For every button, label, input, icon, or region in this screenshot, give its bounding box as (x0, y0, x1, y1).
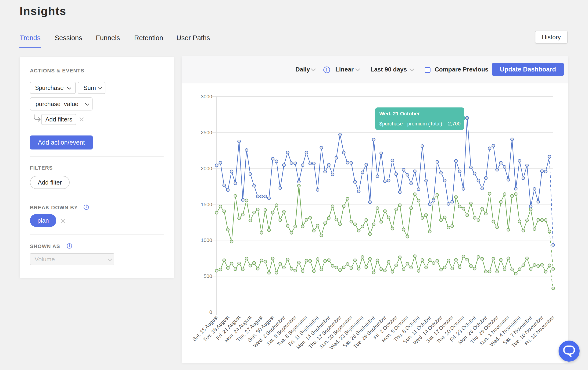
svg-text:0: 0 (210, 309, 212, 315)
svg-text:$purchase - premium (Total) -: $purchase - premium (Total) - 2,700 (379, 121, 461, 127)
svg-text:1000: 1000 (201, 237, 212, 243)
svg-text:Wed. 21 October: Wed. 21 October (379, 111, 420, 117)
svg-text:3000: 3000 (201, 94, 212, 100)
svg-text:500: 500 (204, 273, 212, 279)
svg-text:2500: 2500 (201, 130, 212, 135)
svg-text:2000: 2000 (201, 166, 212, 171)
svg-text:1500: 1500 (201, 202, 212, 207)
